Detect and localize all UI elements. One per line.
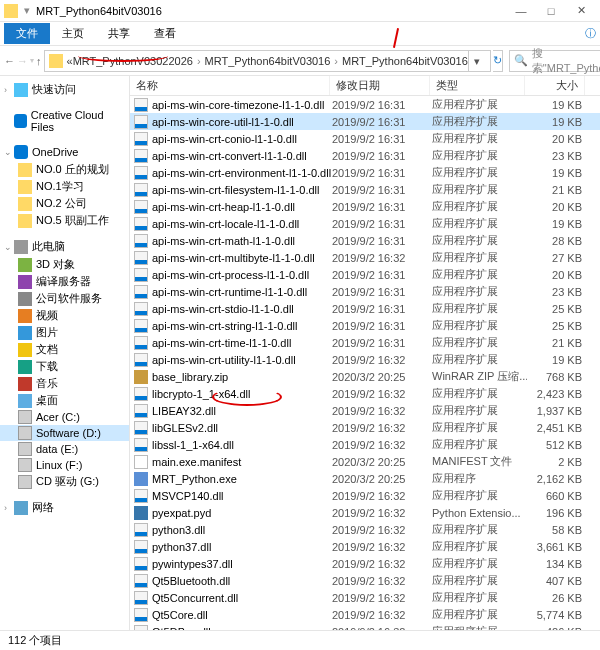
file-row[interactable]: Qt5Concurrent.dll2019/9/2 16:32应用程序扩展26 … <box>130 589 600 606</box>
nav-item[interactable]: NO.2 公司 <box>0 195 129 212</box>
nav-item[interactable]: NO.1学习 <box>0 178 129 195</box>
nav-ccf[interactable]: Creative Cloud Files <box>0 107 129 135</box>
nav-item[interactable]: Software (D:) <box>0 425 129 441</box>
file-row[interactable]: base_library.zip2020/3/2 20:25WinRAR ZIP… <box>130 368 600 385</box>
file-row[interactable]: api-ms-win-core-timezone-l1-1-0.dll2019/… <box>130 96 600 113</box>
nav-item[interactable]: 文档 <box>0 341 129 358</box>
nav-item[interactable]: data (E:) <box>0 441 129 457</box>
col-size[interactable]: 大小 <box>525 76 585 95</box>
minimize-button[interactable]: — <box>506 5 536 17</box>
refresh-button[interactable]: ↻ <box>493 50 503 72</box>
file-row[interactable]: LIBEAY32.dll2019/9/2 16:32应用程序扩展1,937 KB <box>130 402 600 419</box>
file-row[interactable]: python3.dll2019/9/2 16:32应用程序扩展58 KB <box>130 521 600 538</box>
tab-file[interactable]: 文件 <box>4 23 50 44</box>
dll-icon <box>134 421 148 435</box>
pic-icon <box>18 326 32 340</box>
file-size: 23 KB <box>527 150 582 162</box>
file-row[interactable]: api-ms-win-crt-math-l1-1-0.dll2019/9/2 1… <box>130 232 600 249</box>
file-row[interactable]: api-ms-win-crt-heap-l1-1-0.dll2019/9/2 1… <box>130 198 600 215</box>
file-row[interactable]: Qt5Core.dll2019/9/2 16:32应用程序扩展5,774 KB <box>130 606 600 623</box>
nav-item[interactable]: Linux (F:) <box>0 457 129 473</box>
file-row[interactable]: api-ms-win-crt-convert-l1-1-0.dll2019/9/… <box>130 147 600 164</box>
crumb[interactable]: MRT_Python64bitV03016 <box>342 55 468 67</box>
nav-item[interactable]: 3D 对象 <box>0 256 129 273</box>
file-row[interactable]: api-ms-win-crt-process-l1-1-0.dll2019/9/… <box>130 266 600 283</box>
search-input[interactable]: 🔍 搜索"MRT_Python64bitV03... <box>509 50 600 72</box>
ribbon-help-button[interactable]: ⓘ <box>585 26 596 41</box>
file-row[interactable]: Qt5DBus.dll2019/9/2 16:32应用程序扩展426 KB <box>130 623 600 630</box>
tab-share[interactable]: 共享 <box>96 23 142 44</box>
file-name: Qt5Bluetooth.dll <box>152 575 332 587</box>
chevron-right-icon[interactable]: › <box>193 55 205 67</box>
nav-quick-access[interactable]: ›快速访问 <box>0 80 129 99</box>
file-row[interactable]: Qt5Bluetooth.dll2019/9/2 16:32应用程序扩展407 … <box>130 572 600 589</box>
up-button[interactable]: ↑ <box>36 50 42 72</box>
tab-view[interactable]: 查看 <box>142 23 188 44</box>
address-dropdown[interactable]: ▾ <box>468 51 486 71</box>
address-bar[interactable]: « MRT_PythonV03022026 › MRT_Python64bitV… <box>44 50 491 72</box>
tab-home[interactable]: 主页 <box>50 23 96 44</box>
file-row[interactable]: pyexpat.pyd2019/9/2 16:32Python Extensio… <box>130 504 600 521</box>
file-size: 21 KB <box>527 337 582 349</box>
dll-icon <box>134 268 148 282</box>
col-date[interactable]: 修改日期 <box>330 76 430 95</box>
file-size: 19 KB <box>527 218 582 230</box>
file-row[interactable]: api-ms-win-crt-utility-l1-1-0.dll2019/9/… <box>130 351 600 368</box>
file-row[interactable]: api-ms-win-crt-filesystem-l1-1-0.dll2019… <box>130 181 600 198</box>
file-row[interactable]: api-ms-win-crt-multibyte-l1-1-0.dll2019/… <box>130 249 600 266</box>
nav-item[interactable]: 下载 <box>0 358 129 375</box>
file-name: api-ms-win-crt-environment-l1-1-0.dll <box>152 167 332 179</box>
file-row[interactable]: api-ms-win-crt-locale-l1-1-0.dll2019/9/2… <box>130 215 600 232</box>
dll-icon <box>134 166 148 180</box>
nav-item[interactable]: 视频 <box>0 307 129 324</box>
file-row[interactable]: api-ms-win-crt-stdio-l1-1-0.dll2019/9/2 … <box>130 300 600 317</box>
nav-item[interactable]: 音乐 <box>0 375 129 392</box>
nav-network[interactable]: ›网络 <box>0 498 129 517</box>
maximize-button[interactable]: □ <box>536 5 566 17</box>
folder-icon <box>18 214 32 228</box>
forward-button[interactable]: → <box>17 50 28 72</box>
file-date: 2019/9/2 16:31 <box>332 269 432 281</box>
nav-item[interactable]: 编译服务器 <box>0 273 129 290</box>
file-row[interactable]: libcrypto-1_1-x64.dll2019/9/2 16:32应用程序扩… <box>130 385 600 402</box>
nav-item[interactable]: 公司软件服务 <box>0 290 129 307</box>
star-icon <box>14 83 28 97</box>
file-name: api-ms-win-crt-stdio-l1-1-0.dll <box>152 303 332 315</box>
nav-onedrive[interactable]: ⌄OneDrive <box>0 143 129 161</box>
nav-item[interactable]: CD 驱动 (G:) <box>0 473 129 490</box>
chevron-right-icon[interactable]: › <box>330 55 342 67</box>
file-size: 19 KB <box>527 99 582 111</box>
file-name: libGLESv2.dll <box>152 422 332 434</box>
back-button[interactable]: ← <box>4 50 15 72</box>
nav-item[interactable]: NO.5 职副工作 <box>0 212 129 229</box>
file-row[interactable]: python37.dll2019/9/2 16:32应用程序扩展3,661 KB <box>130 538 600 555</box>
close-button[interactable]: ✕ <box>566 4 596 17</box>
file-row[interactable]: MSVCP140.dll2019/9/2 16:32应用程序扩展660 KB <box>130 487 600 504</box>
file-row[interactable]: api-ms-win-crt-environment-l1-1-0.dll201… <box>130 164 600 181</box>
nav-item[interactable]: NO.0 丘的规划 <box>0 161 129 178</box>
file-row[interactable]: main.exe.manifest2020/3/2 20:25MANIFEST … <box>130 453 600 470</box>
nav-item[interactable]: 图片 <box>0 324 129 341</box>
col-type[interactable]: 类型 <box>430 76 525 95</box>
file-row[interactable]: api-ms-win-crt-conio-l1-1-0.dll2019/9/2 … <box>130 130 600 147</box>
crumb[interactable]: MRT_Python64bitV03016 <box>205 55 331 67</box>
nav-item[interactable]: Acer (C:) <box>0 409 129 425</box>
col-name[interactable]: 名称 <box>130 76 330 95</box>
file-row[interactable]: libssl-1_1-x64.dll2019/9/2 16:32应用程序扩展51… <box>130 436 600 453</box>
file-row[interactable]: libGLESv2.dll2019/9/2 16:32应用程序扩展2,451 K… <box>130 419 600 436</box>
file-list[interactable]: 名称 修改日期 类型 大小 api-ms-win-core-timezone-l… <box>130 76 600 630</box>
crumb[interactable]: MRT_PythonV03022026 <box>73 55 193 67</box>
file-type: WinRAR ZIP 压缩... <box>432 369 527 384</box>
qat-icon[interactable]: ▾ <box>24 4 30 17</box>
nav-pane[interactable]: ›快速访问 Creative Cloud Files ⌄OneDrive NO.… <box>0 76 130 630</box>
file-row[interactable]: api-ms-win-core-util-l1-1-0.dll2019/9/2 … <box>130 113 600 130</box>
file-type: 应用程序 <box>432 471 527 486</box>
file-row[interactable]: api-ms-win-crt-runtime-l1-1-0.dll2019/9/… <box>130 283 600 300</box>
file-row[interactable]: MRT_Python.exe2020/3/2 20:25应用程序2,162 KB <box>130 470 600 487</box>
recent-dropdown[interactable]: ▾ <box>30 50 34 72</box>
file-row[interactable]: pywintypes37.dll2019/9/2 16:32应用程序扩展134 … <box>130 555 600 572</box>
nav-this-pc[interactable]: ⌄此电脑 <box>0 237 129 256</box>
file-row[interactable]: api-ms-win-crt-string-l1-1-0.dll2019/9/2… <box>130 317 600 334</box>
nav-item[interactable]: 桌面 <box>0 392 129 409</box>
file-row[interactable]: api-ms-win-crt-time-l1-1-0.dll2019/9/2 1… <box>130 334 600 351</box>
